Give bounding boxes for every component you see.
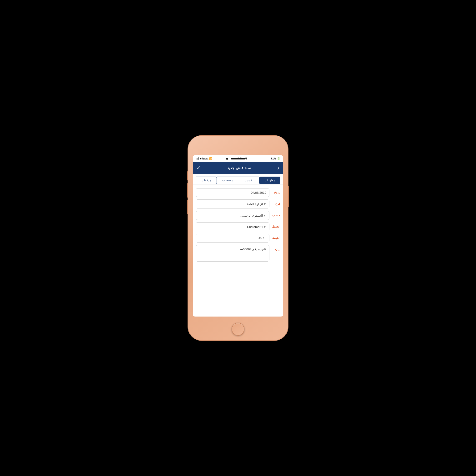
branch-field[interactable]: ▼ الإدارة العامة <box>196 200 270 208</box>
tab-invoices[interactable]: فواتير <box>238 177 259 184</box>
carrier-name: etisalat <box>200 157 208 160</box>
statement-label: بيان <box>271 245 280 251</box>
status-bar: etisalat 📶 12:21 AM 61% 🔋 <box>193 155 283 162</box>
bar3 <box>198 158 198 160</box>
forward-button[interactable]: › <box>277 164 279 171</box>
value-value: 45.15 <box>199 236 266 240</box>
account-label: حساب <box>271 211 280 217</box>
nav-bar: ✓ سند قبض جديد › <box>193 162 283 174</box>
screen: etisalat 📶 12:21 AM 61% 🔋 ✓ سند قبض جديد… <box>193 155 283 317</box>
bar1 <box>196 159 196 160</box>
tab-bar: معلومات فواتير ملاحظات مرفقات <box>193 174 283 185</box>
volume-down-button[interactable] <box>187 200 188 214</box>
statement-value: فاتورة رقم se00068 <box>199 248 266 251</box>
battery-icon: 🔋 <box>277 157 280 160</box>
date-label: تاريخ <box>271 188 280 194</box>
status-time: 12:21 AM <box>236 157 247 160</box>
volume-mute-button[interactable] <box>187 171 188 180</box>
tab-info[interactable]: معلومات <box>259 177 280 184</box>
account-value: الصندوق الرئيسي <box>199 214 263 217</box>
date-row: تاريخ 04/08/2019 <box>196 188 280 197</box>
bar2 <box>197 158 197 160</box>
tab-attachments[interactable]: مرفقات <box>196 177 217 184</box>
date-field[interactable]: 04/08/2019 <box>196 188 270 197</box>
content-area: معلومات فواتير ملاحظات مرفقات تاريخ 04/0… <box>193 174 283 317</box>
branch-label: فرع <box>271 200 280 205</box>
wifi-icon: 📶 <box>209 157 212 160</box>
statement-row: بيان فاتورة رقم se00068 <box>196 245 280 262</box>
value-row: القيمة 45.15 <box>196 234 280 242</box>
branch-value: الإدارة العامة <box>199 202 263 206</box>
status-left: etisalat 📶 <box>196 157 212 160</box>
tab-notes[interactable]: ملاحظات <box>217 177 238 184</box>
customer-dropdown-icon: ▼ <box>263 225 266 229</box>
customer-label: العميل <box>271 222 280 228</box>
customer-row: العميل ▼ Customer 1 <box>196 222 280 231</box>
bar4 <box>199 157 199 160</box>
value-label: القيمة <box>271 234 280 240</box>
account-dropdown-icon: ▼ <box>263 214 266 217</box>
home-button[interactable] <box>232 323 244 336</box>
phone-device: etisalat 📶 12:21 AM 61% 🔋 ✓ سند قبض جديد… <box>188 136 288 340</box>
date-value: 04/08/2019 <box>199 191 266 194</box>
back-check-button[interactable]: ✓ <box>197 165 201 171</box>
customer-field[interactable]: ▼ Customer 1 <box>196 222 270 231</box>
status-right: 61% 🔋 <box>271 157 280 160</box>
battery-percent: 61% <box>271 157 276 160</box>
page-title: سند قبض جديد <box>227 166 251 170</box>
signal-bars-icon <box>196 157 199 160</box>
value-field[interactable]: 45.15 <box>196 234 270 242</box>
volume-up-button[interactable] <box>187 183 188 198</box>
statement-field[interactable]: فاتورة رقم se00068 <box>196 245 270 262</box>
power-button[interactable] <box>288 186 289 207</box>
account-field[interactable]: ▼ الصندوق الرئيسي <box>196 211 270 220</box>
form-area: تاريخ 04/08/2019 فرع ▼ الإدارة العامة حس… <box>193 185 283 317</box>
customer-value: Customer 1 <box>199 225 263 229</box>
account-row: حساب ▼ الصندوق الرئيسي <box>196 211 280 220</box>
branch-row: فرع ▼ الإدارة العامة <box>196 200 280 208</box>
branch-dropdown-icon: ▼ <box>263 202 266 206</box>
